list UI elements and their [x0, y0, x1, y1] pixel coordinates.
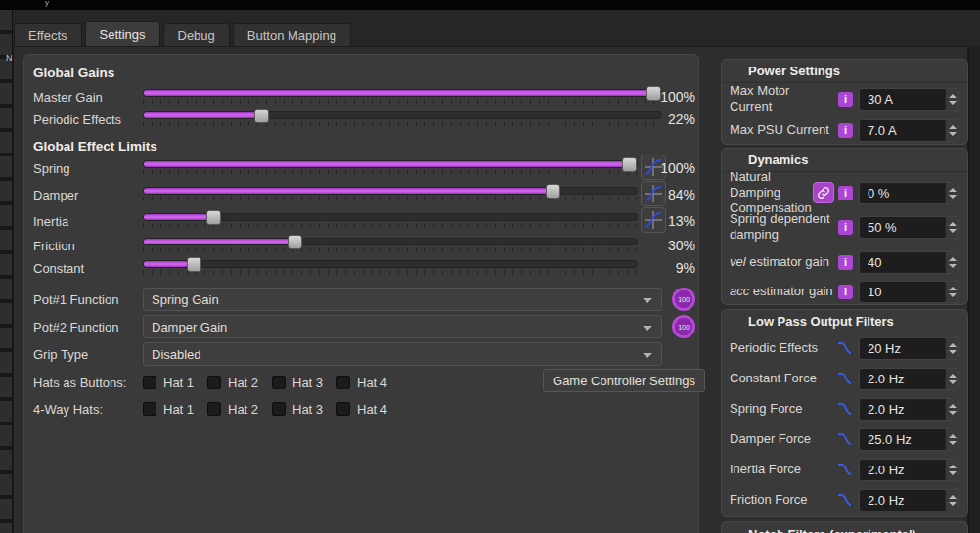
lpf-periodic-effects-input[interactable]: 20 Hz [859, 337, 959, 360]
lowpass-curve-icon [836, 431, 853, 447]
tab-effects[interactable]: Effects [14, 23, 82, 47]
hats-as-buttons-hat4-checkbox[interactable] [336, 376, 350, 389]
four-way-hat2-checkbox[interactable] [207, 402, 221, 416]
hats-as-buttons-hat3-checkbox[interactable] [272, 376, 286, 389]
spinner-buttons[interactable] [945, 217, 958, 238]
periodic-effects-slider[interactable] [143, 110, 662, 129]
slider-handle[interactable] [546, 184, 560, 199]
pot2-function-label: Pot#2 Function [33, 320, 143, 334]
spin-down-icon [949, 350, 957, 354]
spin-down-icon [949, 293, 957, 297]
vertical-scrollbar[interactable] [968, 46, 980, 533]
slider-row-friction: Friction 30% [33, 234, 695, 257]
power-settings-header[interactable]: Power Settings [722, 60, 967, 83]
lpf-constant-force-input[interactable]: 2.0 Hz [859, 368, 959, 390]
hats-as-buttons-hat1-checkbox[interactable] [143, 376, 156, 389]
spring-slider[interactable] [143, 158, 638, 178]
friction-slider[interactable] [143, 236, 638, 255]
lpf-inertia-force-input[interactable]: 2.0 Hz [859, 459, 959, 481]
spring-dependent-damping-row: Spring dependent damping i 50 % [722, 209, 967, 244]
friction-label: Friction [33, 239, 143, 253]
acc-estimator-gain-input[interactable]: 10 [859, 281, 959, 303]
spinner-buttons[interactable] [945, 282, 958, 302]
four-way-hat3-checkbox[interactable] [272, 402, 286, 416]
spin-down-icon [949, 471, 957, 475]
spinner-buttons[interactable] [945, 399, 958, 420]
low-pass-filters-header[interactable]: Low Pass Output Filters [722, 310, 967, 333]
four-way-hat4-checkbox[interactable] [336, 402, 350, 416]
slider-ticks [143, 121, 662, 126]
spin-up-icon [949, 125, 957, 129]
info-icon[interactable]: i [838, 255, 853, 270]
pot2-function-select[interactable]: Damper Gain [143, 315, 662, 338]
lpf-spring-force-input[interactable]: 2.0 Hz [859, 398, 959, 421]
slider-handle[interactable] [206, 210, 221, 225]
spinner-buttons[interactable] [945, 490, 958, 511]
spin-down-icon [949, 380, 957, 384]
tab-debug[interactable]: Debug [163, 23, 230, 47]
max-psu-current-row: Max PSU Current i 7.0 A [722, 118, 967, 142]
lpf-constant-force-row: Constant Force 2.0 Hz [722, 367, 967, 390]
info-icon[interactable]: i [838, 285, 853, 299]
game-controller-settings-button[interactable]: Game Controller Settings [543, 369, 705, 392]
pot1-function-row: Pot#1 Function Spring Gain 100 [33, 288, 695, 311]
spinner-buttons[interactable] [945, 460, 958, 480]
periodic-effects-value: 22% [635, 111, 695, 127]
max-motor-current-input[interactable]: 30 A [859, 88, 959, 111]
lpf-damper-force-row: Damper Force 25.0 Hz [722, 427, 967, 451]
slider-handle[interactable] [254, 109, 269, 123]
spinner-buttons[interactable] [945, 89, 958, 110]
spinner-buttons[interactable] [945, 338, 958, 359]
spinner-buttons[interactable] [945, 369, 958, 389]
four-way-hats-row: 4-Way Hats: Hat 1 Hat 2 Hat 3 Hat 4 [33, 397, 695, 421]
clipped-left-panel: N [0, 10, 13, 533]
tab-settings[interactable]: Settings [85, 21, 160, 47]
power-settings-groupbox: Power Settings Max Motor Current i 30 A … [721, 59, 968, 145]
lowpass-curve-icon [836, 401, 853, 417]
info-icon[interactable]: i [838, 220, 853, 235]
notch-filters-header[interactable]: Notch Filters (experimental) [722, 522, 967, 533]
info-icon[interactable]: i [838, 92, 853, 107]
slider-groove [143, 260, 638, 268]
spin-down-icon [949, 195, 957, 199]
spin-down-icon [949, 441, 957, 445]
pot1-function-label: Pot#1 Function [33, 292, 143, 307]
grip-type-select[interactable]: Disabled [143, 342, 662, 366]
damper-slider[interactable] [143, 185, 638, 204]
spin-up-icon [949, 343, 957, 347]
slider-handle[interactable] [187, 257, 201, 272]
inertia-slider[interactable] [143, 211, 638, 231]
lpf-damper-force-input[interactable]: 25.0 Hz [859, 428, 959, 451]
constant-value: 9% [635, 260, 695, 276]
spin-up-icon [949, 94, 957, 98]
spinner-buttons[interactable] [945, 183, 958, 203]
damper-label: Damper [33, 188, 143, 202]
four-way-hat1-checkbox[interactable] [143, 402, 156, 416]
spinner-buttons[interactable] [945, 429, 958, 450]
pot2-value-badge[interactable]: 100 [672, 315, 695, 338]
tab-button-mapping[interactable]: Button Mapping [233, 23, 351, 47]
pot2-function-row: Pot#2 Function Damper Gain 100 [33, 315, 695, 338]
spinner-buttons[interactable] [945, 120, 958, 141]
master-gain-slider[interactable] [143, 87, 662, 107]
slider-handle[interactable] [288, 235, 302, 249]
pot1-value-badge[interactable]: 100 [672, 288, 695, 311]
hats-as-buttons-hat2-checkbox[interactable] [207, 376, 221, 389]
lpf-friction-force-row: Friction Force 2.0 Hz [722, 488, 967, 511]
vel-estimator-gain-input[interactable]: 40 [859, 251, 959, 274]
spin-down-icon [949, 101, 957, 105]
spin-up-icon [949, 374, 957, 378]
max-psu-current-input[interactable]: 7.0 A [859, 119, 959, 142]
constant-slider[interactable] [143, 258, 638, 278]
spinner-buttons[interactable] [945, 252, 958, 273]
info-icon[interactable]: i [838, 186, 853, 200]
natural-damping-input[interactable]: 0 % [859, 182, 959, 204]
spring-label: Spring [33, 161, 143, 176]
spring-dependent-damping-input[interactable]: 50 % [859, 216, 959, 239]
lpf-friction-force-input[interactable]: 2.0 Hz [859, 489, 959, 511]
link-icon-button[interactable] [813, 182, 834, 203]
hats-as-buttons-label: Hats as Buttons: [33, 376, 143, 390]
natural-damping-row: Natural Damping Compensation i 0 % [722, 176, 967, 209]
info-icon[interactable]: i [838, 123, 853, 138]
pot1-function-select[interactable]: Spring Gain [143, 288, 662, 311]
